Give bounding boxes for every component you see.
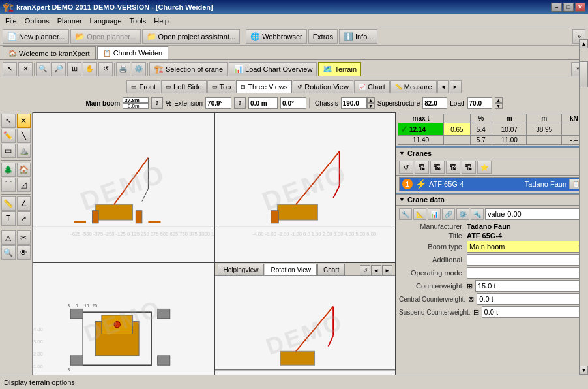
tab-left-side[interactable]: ▭ Left Side (161, 80, 206, 93)
tool-rect[interactable]: ▭ (1, 144, 16, 158)
central-cw-icon: ⊠ (468, 295, 474, 303)
new-planner-button[interactable]: 📄 New planner... (3, 29, 69, 44)
central-cw-select[interactable]: 0.0 t ▼ (477, 293, 585, 305)
tab-top[interactable]: ▭ Top (207, 80, 236, 93)
tool-pencil[interactable]: ✏️ (1, 129, 16, 143)
crane-add-btn[interactable]: 🏗 (415, 161, 429, 174)
info-button[interactable]: ℹ️ Info... (339, 29, 378, 44)
chassis-down[interactable]: ▼ (367, 103, 375, 109)
tab-church[interactable]: 📋 Church Weiden (97, 46, 169, 59)
tool-terrain2[interactable]: ⛰️ (17, 144, 31, 158)
tool-triangle[interactable]: △ (1, 230, 16, 245)
menu-file[interactable]: File (1, 16, 21, 26)
tab-three-views[interactable]: ⊞ Three Views (236, 80, 292, 93)
crane-data-section-header[interactable]: ▼ Crane data (396, 194, 588, 206)
view-front[interactable]: -625 -500 -375 -250 -125 0 125 250 375 5… (33, 112, 214, 262)
tool-select-arrow[interactable]: ↖ (3, 62, 17, 76)
view-right[interactable]: -4.00 -3.00 -2.00 -1.00 0.0 1.00 2.00 3.… (214, 112, 396, 262)
viewport: -625 -500 -375 -250 -125 0 125 250 375 5… (33, 112, 396, 389)
additional-select[interactable]: ▼ (467, 254, 585, 266)
tool-line[interactable]: ╲ (17, 129, 31, 143)
cdt-btn-1[interactable]: 🔧 (399, 208, 412, 220)
rotate-btn-left[interactable]: ↺ (360, 265, 370, 275)
close-button[interactable]: ✕ (575, 3, 585, 12)
load-up[interactable]: ▲ (495, 97, 503, 103)
tool-settings[interactable]: ⚙️ (132, 62, 146, 76)
cdt-btn-2[interactable]: 📐 (413, 208, 426, 220)
suspend-cw-row: Suspend Counterweight: ⊟ 0.0 t ▼ (399, 306, 585, 318)
tool-building[interactable]: 🏠 (17, 163, 31, 177)
scroll-right-btn[interactable]: ► (382, 265, 392, 275)
tab-measure[interactable]: 📏 Measure (390, 80, 437, 93)
tool-rotate[interactable]: ↺ (98, 62, 113, 76)
angle-spin[interactable]: ⇕ (234, 97, 246, 109)
tool-eye[interactable]: 👁 (17, 245, 31, 260)
crane-delete-btn[interactable]: 🏗 (462, 161, 476, 174)
tab-chart[interactable]: 📈 Chart (354, 80, 390, 93)
tab-helpingview[interactable]: Helpingview (218, 264, 265, 275)
open-planner-button[interactable]: 📂 Open planner... (70, 29, 140, 44)
tool-zoom-in[interactable]: 🔍 (36, 62, 50, 76)
boom-spin-btns[interactable]: ⇕ (151, 97, 163, 109)
cranes-section-header[interactable]: ▼ Cranes (396, 148, 588, 159)
tool-eraser[interactable]: ✕ (17, 114, 31, 128)
menu-language[interactable]: Language (86, 16, 126, 26)
counterweight-select[interactable]: 15.0 t ▼ (475, 280, 585, 292)
tool-angle[interactable]: ∠ (17, 196, 31, 211)
cdt-btn-3[interactable]: 📊 (428, 208, 441, 220)
selection-of-crane-button[interactable]: 🏗️ Selection of crane (149, 62, 228, 76)
boom-type-select[interactable]: Main boom ▼ (467, 241, 585, 253)
cdt-btn-5[interactable]: ⚙️ (456, 208, 469, 220)
load-chart-overview-button[interactable]: 📊 Load Chart Overview (229, 62, 317, 76)
tool-text[interactable]: T (1, 211, 16, 226)
tab-rotation-view[interactable]: ↺ Rotation View (293, 80, 353, 93)
tool-print[interactable]: 🖨️ (116, 62, 130, 76)
suspend-cw-select[interactable]: 0.0 t ▼ (482, 306, 585, 318)
menu-planner[interactable]: Planner (53, 16, 86, 26)
minimize-button[interactable]: − (551, 3, 562, 12)
tool-slope[interactable]: ◿ (17, 178, 31, 192)
tool-delete[interactable]: ✕ (18, 62, 33, 76)
load-value: 70.0 (467, 97, 492, 109)
tool-pipe[interactable]: ⌒ (1, 178, 16, 192)
tool-zoom-out[interactable]: 🔎 (51, 62, 66, 76)
scroll-left-btn[interactable]: ◄ (371, 265, 381, 275)
view-bottom-left[interactable]: 3 0 15 20 3 4.00 3.00 2.00 1.00 -4.0 -3.… (33, 262, 214, 389)
scroll-down-btn[interactable]: ▼ (580, 366, 588, 375)
menu-tools[interactable]: Tools (126, 16, 151, 26)
tool-pointer[interactable]: ↖ (1, 114, 16, 128)
crane-copy-btn[interactable]: 🏗 (430, 161, 445, 174)
load-down[interactable]: ▼ (495, 103, 503, 109)
crane-star-btn[interactable]: ⭐ (477, 161, 492, 174)
open-project-button[interactable]: 📁 Open project assistant... (142, 29, 241, 44)
tool-zoom2[interactable]: 🔍 (1, 245, 16, 260)
tab-nav-right[interactable]: ► (450, 80, 462, 93)
restore-button[interactable]: □ (563, 3, 574, 12)
crane-move-btn[interactable]: 🏗 (446, 161, 460, 174)
crane-refresh-btn[interactable]: ↺ (399, 161, 413, 174)
tool-fit[interactable]: ⊞ (67, 62, 81, 76)
chassis-up[interactable]: ▲ (367, 97, 375, 103)
terrain-button[interactable]: 🗺️ Terrain (318, 62, 361, 76)
webbrowser-button[interactable]: 🌐 Webbrowser (246, 29, 307, 44)
tab-nav-left[interactable]: ◄ (437, 80, 449, 93)
tool-tree[interactable]: 🌲 (1, 163, 16, 177)
crane-list-item-1[interactable]: 1 ⚡ ATF 65G-4 Tadano Faun 📋 (400, 178, 585, 191)
tool-arrow[interactable]: ↗ (17, 211, 31, 226)
tool-move[interactable]: ✋ (83, 62, 97, 76)
menu-options[interactable]: Options (21, 16, 53, 26)
tool-cut[interactable]: ✂ (17, 230, 31, 245)
cdt-btn-4[interactable]: 🔗 (442, 208, 455, 220)
tab-front[interactable]: ▭ Front (126, 80, 160, 93)
operating-mode-select[interactable]: ▼ (467, 267, 585, 279)
cdt-btn-6[interactable]: 🔩 (471, 208, 484, 220)
tab-rotation-view-bottom[interactable]: Rotation View (265, 264, 317, 275)
extension-value: 0.0 m (248, 97, 278, 109)
menu-help[interactable]: Help (150, 16, 173, 26)
stat-col-m1: m (492, 114, 527, 123)
tab-welcome[interactable]: 🏠 Welcome to kranXpert (3, 46, 96, 59)
rotation-view-canvas[interactable]: -500 -375 -250 -125 0 125 250 375 500 62… (215, 276, 396, 389)
tab-chart-bottom[interactable]: Chart (317, 264, 345, 275)
tool-measure2[interactable]: 📏 (1, 196, 16, 211)
extras-button[interactable]: Extras (308, 29, 338, 44)
